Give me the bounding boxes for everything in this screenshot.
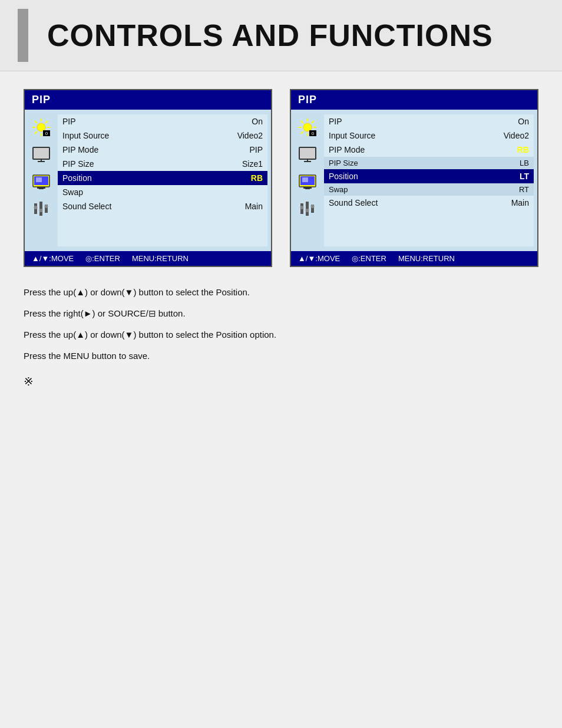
- display-icon: [31, 144, 52, 165]
- right-swap-label: Swap: [329, 185, 348, 194]
- svg-line-33: [312, 121, 314, 123]
- pip-label: PIP: [62, 117, 76, 126]
- instruction-2: Press the right(►) or SOURCE/⊟ button.: [24, 305, 538, 322]
- page-title: CONTROLS AND FUNCTIONS: [47, 18, 493, 53]
- svg-point-49: [300, 206, 304, 209]
- main-content: PIP: [0, 71, 562, 406]
- instruction-4-text: Press the MENU button to save.: [24, 351, 150, 361]
- right-pip-size-label: PIP Size: [329, 159, 358, 167]
- right-footer-menu: MENU:RETURN: [398, 254, 455, 263]
- input-source-value: Video2: [237, 131, 263, 140]
- position-label: Position: [62, 173, 92, 183]
- right-input-source-label: Input Source: [329, 131, 375, 140]
- svg-line-34: [301, 131, 303, 134]
- position-value: RB: [251, 173, 263, 183]
- instruction-2-text: Press the right(►) or SOURCE/⊟ button.: [24, 308, 186, 318]
- svg-rect-12: [34, 148, 49, 159]
- svg-line-8: [35, 131, 37, 134]
- right-position-value: LT: [520, 172, 529, 181]
- pip-row-position: Position RB: [58, 171, 267, 185]
- svg-rect-18: [39, 188, 44, 189]
- pip-row-pip: PIP On: [58, 114, 267, 129]
- svg-line-31: [301, 121, 303, 123]
- right-sound-select-value: Main: [511, 198, 529, 207]
- right-pip-menu: PIP On Input Source Video2 PIP Mode RB: [324, 114, 534, 246]
- left-pip-body: 0: [25, 110, 271, 251]
- settings-icon: [31, 198, 52, 219]
- right-swap-value: RT: [519, 185, 529, 194]
- right-pip-row-input-source: Input Source Video2: [324, 129, 534, 143]
- right-pip-size-value: LB: [520, 159, 529, 167]
- pip-mode-label: PIP Mode: [62, 145, 98, 154]
- right-pip-body: 0: [291, 110, 537, 251]
- right-pip-mode-value: RB: [517, 145, 529, 154]
- settings-icon-right: [297, 198, 318, 219]
- left-footer-enter: ◎:ENTER: [85, 254, 120, 263]
- pip-value: On: [252, 117, 263, 126]
- svg-text:0: 0: [45, 131, 48, 136]
- right-pip-label: PIP: [329, 117, 342, 126]
- right-pip-mode-label: PIP Mode: [329, 145, 365, 154]
- right-pip-row-position: Position LT: [324, 169, 534, 183]
- pip-size-value: Size1: [242, 159, 263, 169]
- display-icon-right: [297, 144, 318, 165]
- instruction-1-text: Press the up(▲) or down(▼) button to sel…: [24, 287, 250, 297]
- right-pip-row-swap: Swap RT: [324, 183, 534, 196]
- brightness-icon-right: 0: [297, 117, 318, 138]
- svg-point-50: [306, 209, 309, 212]
- right-pip-icons: 0: [295, 114, 320, 246]
- svg-rect-44: [305, 188, 310, 189]
- pip-row-input-source: Input Source Video2: [58, 129, 267, 143]
- right-pip-header: PIP: [291, 90, 537, 110]
- right-pip-row-pip: PIP On: [324, 114, 534, 129]
- left-pip-display: PIP: [24, 89, 272, 267]
- left-pip-footer: ▲/▼:MOVE ◎:ENTER MENU:RETURN: [25, 251, 271, 266]
- note-symbol: ※: [24, 374, 538, 388]
- instruction-3: Press the up(▲) or down(▼) button to sel…: [24, 326, 538, 344]
- instruction-3-text: Press the up(▲) or down(▼) button to sel…: [24, 330, 276, 340]
- svg-point-23: [34, 206, 38, 209]
- left-footer-menu: MENU:RETURN: [132, 254, 189, 263]
- instruction-4: Press the MENU button to save.: [24, 347, 538, 365]
- tv-icon-right: [297, 171, 318, 192]
- right-sound-select-label: Sound Select: [329, 198, 378, 207]
- pip-row-pip-size: PIP Size Size1: [58, 157, 267, 171]
- swap-label: Swap: [62, 187, 83, 197]
- pip-size-label: PIP Size: [62, 159, 94, 169]
- left-pip-menu: PIP On Input Source Video2 PIP Mode PIP: [58, 114, 267, 246]
- pip-row-pip-mode: PIP Mode PIP: [58, 143, 267, 157]
- svg-rect-45: [302, 177, 308, 182]
- input-source-label: Input Source: [62, 131, 109, 140]
- svg-point-0: [37, 123, 45, 131]
- instructions: Press the up(▲) or down(▼) button to sel…: [24, 284, 538, 365]
- sound-select-value: Main: [245, 202, 263, 211]
- right-pip-footer: ▲/▼:MOVE ◎:ENTER MENU:RETURN: [291, 251, 537, 266]
- svg-rect-19: [36, 177, 42, 182]
- header-bar: [18, 9, 28, 62]
- page-header: CONTROLS AND FUNCTIONS: [0, 0, 562, 71]
- svg-line-7: [45, 121, 48, 123]
- right-footer-enter: ◎:ENTER: [352, 254, 386, 263]
- svg-point-25: [45, 205, 48, 208]
- brightness-icon: 0: [31, 117, 52, 138]
- instruction-1: Press the up(▲) or down(▼) button to sel…: [24, 284, 538, 301]
- svg-rect-38: [300, 148, 315, 159]
- left-footer-move: ▲/▼:MOVE: [32, 254, 74, 263]
- right-pip-row-sound-select: Sound Select Main: [324, 196, 534, 210]
- svg-point-51: [311, 205, 315, 208]
- svg-point-24: [39, 209, 43, 212]
- right-pip-value: On: [518, 117, 529, 126]
- left-pip-icons: 0: [28, 114, 54, 246]
- right-input-source-value: Video2: [504, 131, 529, 140]
- svg-point-26: [303, 123, 312, 131]
- pip-row-swap: Swap: [58, 185, 267, 199]
- pip-displays: PIP: [24, 89, 538, 267]
- right-position-label: Position: [329, 172, 358, 181]
- right-pip-display: PIP: [290, 89, 538, 267]
- right-pip-row-pip-mode: PIP Mode RB: [324, 143, 534, 157]
- left-pip-header: PIP: [25, 90, 271, 110]
- right-footer-move: ▲/▼:MOVE: [298, 254, 340, 263]
- pip-row-sound-select: Sound Select Main: [58, 199, 267, 213]
- sound-select-label: Sound Select: [62, 202, 111, 211]
- right-pip-row-pip-size: PIP Size LB: [324, 157, 534, 169]
